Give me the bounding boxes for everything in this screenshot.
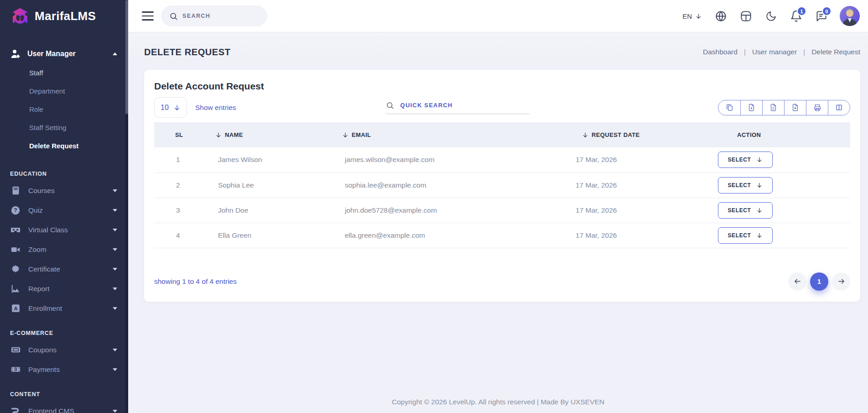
sidebar-item-label: Certificate [28,265,105,273]
breadcrumb-dashboard[interactable]: Dashboard [703,48,738,56]
sidebar-item-label: Courses [28,187,105,195]
user-gear-icon [10,48,21,59]
moon-icon [765,10,777,22]
notifications-button[interactable]: 1 [790,10,802,22]
search-icon [169,12,178,21]
sidebar-item-payments[interactable]: 0 Payments [8,360,120,379]
pagination: 1 [788,272,850,291]
sidebar-item-frontend-cms[interactable]: Frontend CMS [8,401,120,413]
sidebar-subitem-role[interactable]: Role [8,100,120,119]
question-circle-icon: ? [10,205,21,216]
sidebar-item-coupons[interactable]: Coupons [8,340,120,360]
video-camera-icon [10,244,21,255]
table-header-row: SL NAME [154,122,850,147]
export-csv-button[interactable] [762,100,784,115]
sort-down-icon [582,132,588,138]
sidebar-item-virtual-class[interactable]: Virtual Class [8,220,120,240]
pdf-file-icon [791,104,799,111]
entries-select[interactable]: 10 [154,97,187,118]
dark-mode-button[interactable] [764,10,777,22]
chevron-down-icon [113,248,117,251]
cell-email: john.doe5728@example.com [330,198,567,223]
delete-requests-table: SL NAME [154,122,850,248]
cell-sl: 2 [154,173,203,198]
sidebar-item-report[interactable]: Report [8,279,120,298]
letter-a-square-icon: A [10,303,21,314]
topbar-search[interactable] [161,5,267,26]
quick-search-input[interactable] [400,102,530,109]
cell-request-date: 17 Mar, 2026 [567,223,695,248]
next-page-button[interactable] [832,272,850,291]
arrow-down-icon [756,207,763,214]
table-row: 3 John Doe john.doe5728@example.com 17 M… [154,198,850,223]
sidebar-subitem-staff-setting[interactable]: Staff Setting [8,119,120,137]
sidebar-scrollbar-thumb[interactable] [125,0,128,114]
language-label: EN [682,12,692,20]
messages-button[interactable]: 0 [815,10,827,22]
select-action-button[interactable]: SELECT [718,177,773,193]
sidebar-subitem-department[interactable]: Department [8,82,120,100]
export-excel-button[interactable] [740,100,762,115]
column-header-name[interactable]: NAME [203,122,330,147]
quick-search[interactable] [386,101,530,114]
sidebar-subitem-delete-request[interactable]: Delete Request [8,137,120,155]
column-header-request-date[interactable]: REQUEST DATE [567,122,695,147]
cell-sl: 3 [154,198,203,223]
messages-badge: 0 [822,6,832,16]
sidebar-item-courses[interactable]: Courses [8,181,120,200]
svg-text:0: 0 [14,366,17,372]
table-row: 4 Ella Green ella.green@example.com 17 M… [154,223,850,248]
arrow-down-icon [173,104,181,111]
export-copy-button[interactable] [718,100,740,115]
language-selector[interactable]: EN [682,12,702,20]
sidebar-item-user-manager[interactable]: User Manager [8,46,120,62]
search-input[interactable] [182,13,246,19]
cell-action: SELECT [695,198,850,223]
globe-button[interactable] [714,10,727,22]
export-columns-button[interactable] [828,100,850,115]
column-header-email[interactable]: EMAIL [330,122,567,147]
select-action-button[interactable]: SELECT [718,227,773,244]
chart-report-icon [10,283,21,294]
export-print-button[interactable] [806,100,828,115]
sidebar-subitem-staff[interactable]: Staff [8,64,120,82]
coupon-ticket-icon [10,345,21,355]
menu-toggle-button[interactable] [142,11,154,21]
select-action-button[interactable]: SELECT [718,152,773,168]
cell-request-date: 17 Mar, 2026 [567,173,695,198]
file-lines-icon [769,104,777,111]
cell-email: sophia.lee@example.com [330,173,567,198]
export-pdf-button[interactable] [784,100,806,115]
sidebar-item-enrollment[interactable]: A Enrollment [8,298,120,318]
cell-request-date: 17 Mar, 2026 [567,198,695,223]
previous-page-button[interactable] [788,272,806,291]
breadcrumb-user-manager[interactable]: User manager [752,48,797,56]
chevron-down-icon [113,349,117,351]
sidebar-item-label: User Manager [27,50,106,58]
sidebar-item-zoom[interactable]: Zoom [8,240,120,259]
chevron-down-icon [113,229,117,231]
table-footer: showing 1 to 4 of 4 entries 1 [154,271,850,292]
sidebar-item-label: Enrollment [28,304,105,313]
breadcrumb-separator: | [744,48,746,56]
page-1-button[interactable]: 1 [810,272,828,291]
chevron-down-icon [113,209,117,212]
page-header: DELETE REQUEST Dashboard | User manager … [144,43,860,61]
certificate-seal-icon [10,264,21,275]
globe-icon [715,10,727,22]
brand[interactable]: MarifaLMS [0,0,128,32]
layout-button[interactable] [739,10,752,22]
sort-down-icon [215,132,222,138]
arrow-down-icon [756,182,763,188]
entries-label: Show entries [195,104,236,112]
cell-action: SELECT [695,173,850,198]
breadcrumb-separator: | [803,48,805,56]
chevron-down-icon [113,410,117,413]
avatar[interactable] [840,6,860,26]
select-action-button[interactable]: SELECT [718,202,773,219]
topbar: EN [128,0,868,32]
cell-email: james.wilson@example.com [330,147,567,173]
sidebar-item-quiz[interactable]: ? Quiz [8,200,120,220]
sidebar-item-certificate[interactable]: Certificate [8,259,120,279]
section-title-content: CONTENT [8,387,120,401]
